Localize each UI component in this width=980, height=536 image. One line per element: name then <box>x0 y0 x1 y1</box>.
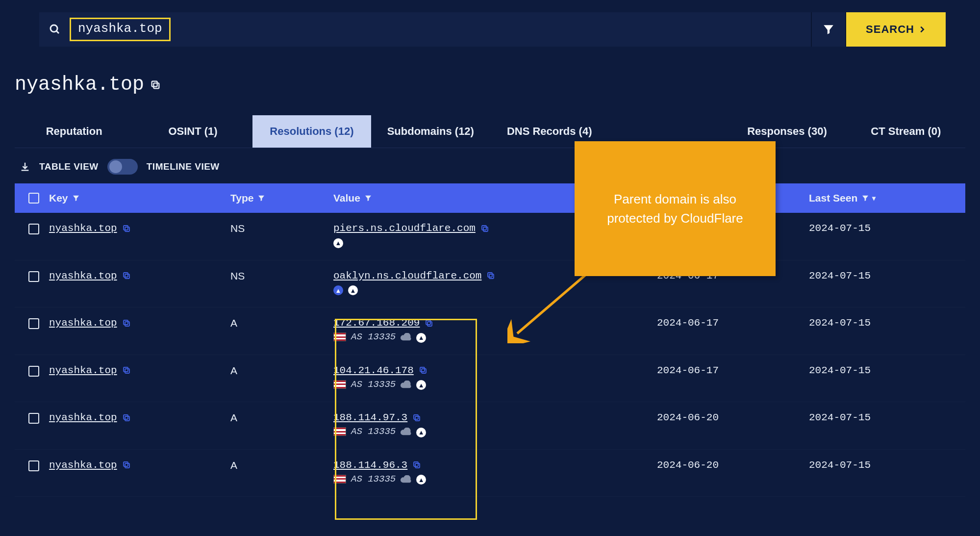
svg-rect-7 <box>482 226 486 230</box>
copy-icon[interactable] <box>419 366 427 375</box>
tab-osint[interactable]: OSINT (1) <box>133 115 252 148</box>
cloud-icon <box>401 381 411 388</box>
svg-rect-21 <box>124 415 128 419</box>
svg-rect-26 <box>415 463 420 468</box>
download-icon[interactable] <box>20 161 30 172</box>
row-checkbox[interactable] <box>15 317 49 332</box>
svg-rect-6 <box>483 227 488 231</box>
key-link[interactable]: nyashka.top <box>49 459 117 471</box>
row-checkbox[interactable] <box>15 223 49 237</box>
tab-reputation[interactable]: Reputation <box>15 115 133 148</box>
value-link[interactable]: 188.114.96.3 <box>333 459 407 471</box>
cell-first-seen: 2024-06-20 <box>657 459 809 471</box>
value-link[interactable]: 104.21.46.178 <box>333 365 414 376</box>
value-link[interactable]: 172.67.168.209 <box>333 317 420 329</box>
cell-type: NS <box>230 223 333 234</box>
key-link[interactable]: nyashka.top <box>49 317 117 329</box>
copy-icon[interactable] <box>412 413 421 422</box>
chevron-right-icon <box>918 26 926 33</box>
cell-type: A <box>230 365 333 377</box>
filter-button[interactable] <box>812 12 846 47</box>
value-link[interactable]: 188.114.97.3 <box>333 412 407 423</box>
as-number: AS 13335 <box>351 474 396 485</box>
as-number: AS 13335 <box>351 332 396 342</box>
svg-rect-20 <box>125 416 129 421</box>
cell-first-seen: 2024-06-20 <box>657 412 809 423</box>
callout-text: Parent domain is also protected by Cloud… <box>589 190 761 228</box>
copy-icon[interactable] <box>150 79 161 90</box>
page-title: nyashka.top <box>15 74 144 96</box>
tab-label: Responses (30) <box>747 125 827 137</box>
fire-icon: ▲ <box>416 332 426 343</box>
search-button[interactable]: SEARCH <box>846 12 946 47</box>
row-checkbox[interactable] <box>15 270 49 284</box>
search-query-highlight: nyashka.top <box>70 18 171 41</box>
svg-rect-27 <box>414 462 418 466</box>
fire-icon: ▲ <box>416 426 426 437</box>
copy-icon[interactable] <box>122 224 131 233</box>
header-label: Key <box>49 192 68 204</box>
copy-icon[interactable] <box>122 460 131 469</box>
cell-key: nyashka.top <box>49 223 230 234</box>
cell-first-seen: 2024-06-17 <box>657 365 809 376</box>
header-type[interactable]: Type <box>230 192 333 204</box>
search-icon <box>49 24 61 35</box>
table-row: nyashka.topA188.114.97.3AS 13335▲2024-06… <box>15 402 965 450</box>
value-link[interactable]: piers.ns.cloudflare.com <box>333 223 476 234</box>
timeline-view-label[interactable]: TIMELINE VIEW <box>147 161 220 172</box>
funnel-icon <box>257 194 265 202</box>
key-link[interactable]: nyashka.top <box>49 412 117 423</box>
table-view-label[interactable]: TABLE VIEW <box>39 161 99 172</box>
header-checkbox[interactable] <box>15 193 49 204</box>
svg-rect-14 <box>427 322 432 326</box>
row-checkbox[interactable] <box>15 365 49 379</box>
search-query[interactable]: nyashka.top <box>78 21 162 36</box>
key-link[interactable]: nyashka.top <box>49 223 117 234</box>
svg-rect-8 <box>125 274 129 279</box>
copy-icon[interactable] <box>122 366 131 375</box>
cell-type: A <box>230 412 333 424</box>
copy-icon[interactable] <box>425 319 433 328</box>
cell-value: 188.114.97.3AS 13335▲ <box>333 412 657 437</box>
svg-rect-18 <box>422 369 426 373</box>
copy-icon[interactable] <box>480 224 489 233</box>
copy-icon[interactable] <box>122 413 131 422</box>
table-row: nyashka.topNSoaklyn.ns.cloudflare.com▲▲2… <box>15 260 965 308</box>
fire-icon: ▲ <box>348 284 358 296</box>
tab-label: Resolutions (12) <box>270 125 353 137</box>
key-link[interactable]: nyashka.top <box>49 365 117 376</box>
cell-key: nyashka.top <box>49 412 230 423</box>
row-checkbox[interactable] <box>15 412 49 426</box>
svg-rect-2 <box>153 83 159 88</box>
row-checkbox[interactable] <box>15 459 49 474</box>
search-field-container[interactable]: nyashka.top <box>39 12 812 47</box>
view-toggle[interactable] <box>107 159 138 175</box>
svg-rect-15 <box>426 320 430 325</box>
tab-ct-stream[interactable]: CT Stream (0) <box>847 115 965 148</box>
fire-icon: ▲ <box>416 379 426 390</box>
svg-rect-3 <box>152 81 157 86</box>
funnel-icon <box>364 194 372 202</box>
key-link[interactable]: nyashka.top <box>49 270 117 281</box>
svg-rect-23 <box>414 415 418 419</box>
header-key[interactable]: Key <box>49 192 230 204</box>
cell-last-seen: 2024-07-15 <box>809 412 965 423</box>
as-number: AS 13335 <box>351 379 396 390</box>
svg-point-0 <box>50 25 57 32</box>
tab-subdomains[interactable]: Subdomains (12) <box>371 115 490 148</box>
search-button-label: SEARCH <box>866 23 914 36</box>
tab-resolutions[interactable]: Resolutions (12) <box>252 115 371 148</box>
annotation-callout: Parent domain is also protected by Cloud… <box>575 141 776 276</box>
copy-icon[interactable] <box>122 319 131 328</box>
funnel-icon <box>822 23 835 36</box>
header-last-seen[interactable]: Last Seen ▾ <box>809 192 965 204</box>
value-link[interactable]: oaklyn.ns.cloudflare.com <box>333 270 481 281</box>
svg-rect-17 <box>124 367 128 372</box>
cloud-icon <box>401 475 411 483</box>
cell-type: NS <box>230 270 333 282</box>
copy-icon[interactable] <box>486 271 495 280</box>
table-row: nyashka.topA188.114.96.3AS 13335▲2024-06… <box>15 450 965 497</box>
copy-icon[interactable] <box>412 460 421 469</box>
copy-icon[interactable] <box>122 271 131 280</box>
tab-label: OSINT (1) <box>168 125 217 137</box>
